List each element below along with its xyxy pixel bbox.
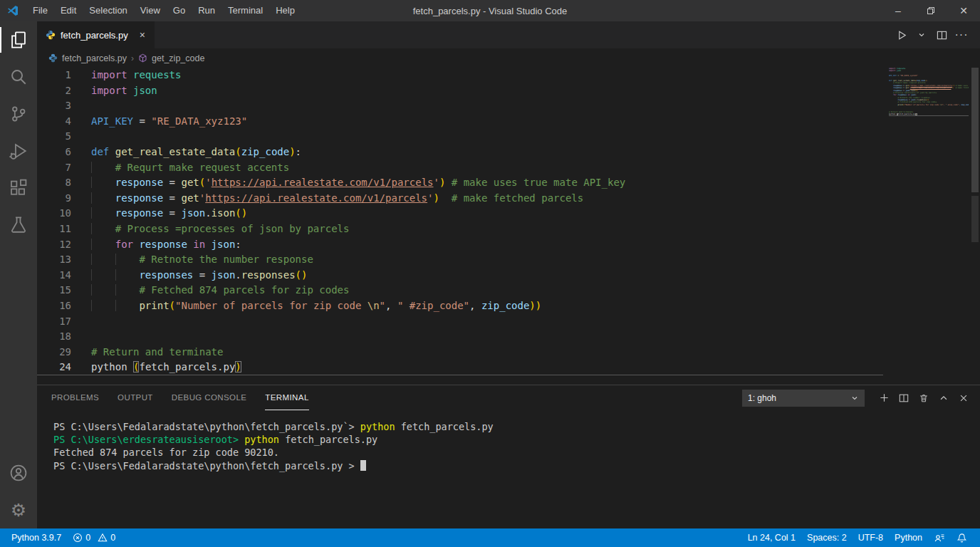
run-and-debug-icon[interactable] xyxy=(0,132,37,170)
encoding-status[interactable]: UTF-8 xyxy=(853,528,889,547)
menu-view[interactable]: View xyxy=(134,0,167,21)
status-bar: Python 3.9.7 0 0 Ln 24, Col 1 Spaces: 2 … xyxy=(0,528,980,547)
line-number: 2 xyxy=(37,83,71,99)
menu-terminal[interactable]: Terminal xyxy=(221,0,269,21)
line-number: 5 xyxy=(37,129,71,145)
run-dropdown-chevron-icon[interactable] xyxy=(913,26,930,43)
breadcrumb-symbol[interactable]: get_zip_code xyxy=(152,53,204,63)
explorer-icon[interactable] xyxy=(0,21,37,58)
language-mode-status[interactable]: Python xyxy=(889,528,928,547)
cursor-position-status[interactable]: Ln 24, Col 1 xyxy=(742,528,801,547)
error-circle-icon xyxy=(73,533,83,543)
window-controls: – ✕ xyxy=(882,0,980,21)
vscode-window: File Edit Selection View Go Run Terminal… xyxy=(0,0,980,547)
code-line: 8 response = get('https://api.realestate… xyxy=(37,175,883,191)
terminal-picker-dropdown[interactable]: 1: ghoh xyxy=(742,390,865,407)
code-line: 29# Return and terminate xyxy=(37,345,883,360)
line-number: 8 xyxy=(37,175,71,191)
maximize-panel-chevron-up-icon[interactable] xyxy=(936,390,952,406)
kill-terminal-trash-icon[interactable] xyxy=(916,390,932,406)
symbol-cube-icon xyxy=(138,53,147,63)
editor[interactable]: 1import requests2import json34API_KEY = … xyxy=(37,68,980,385)
notifications-bell-icon[interactable] xyxy=(951,528,973,547)
editor-code: 1import requests2import json34API_KEY = … xyxy=(37,68,883,375)
terminal[interactable]: PS C:\Users\Fedalaradstate\python\fetch_… xyxy=(37,410,980,528)
menu-file[interactable]: File xyxy=(26,0,54,21)
title-bar: File Edit Selection View Go Run Terminal… xyxy=(0,0,980,21)
tab-bar: fetch_parcels.py × ··· xyxy=(37,21,980,48)
warning-count: 0 xyxy=(110,533,115,543)
line-number: 17 xyxy=(37,314,71,330)
menu-help[interactable]: Help xyxy=(269,0,301,21)
vscode-logo-icon[interactable] xyxy=(6,4,19,17)
line-number: 24 xyxy=(37,360,71,375)
extensions-icon[interactable] xyxy=(0,170,37,207)
code-line: 13 # Retnote the number response xyxy=(37,252,883,268)
menu-go[interactable]: Go xyxy=(167,0,192,21)
code-line: 16 print("Number of parcels for zip code… xyxy=(37,298,883,314)
more-actions-icon[interactable]: ··· xyxy=(953,26,970,43)
code-line: 18 xyxy=(37,329,883,345)
feedback-icon[interactable] xyxy=(928,528,951,547)
terminal-line: PS C:\Users\erdesrateausiseroot> python … xyxy=(53,433,980,446)
python-file-icon xyxy=(48,53,58,63)
code-line: 7 # Requrt make request accents xyxy=(37,160,883,176)
split-terminal-icon[interactable] xyxy=(896,390,912,406)
bottom-panel: PROBLEMS OUTPUT DEBUG CONSOLE TERMINAL 1… xyxy=(37,385,980,528)
line-number: 7 xyxy=(37,160,71,176)
minimap[interactable]: import requestsimport jsonAPI_KEY = "RE_… xyxy=(889,68,969,116)
accounts-icon[interactable] xyxy=(0,454,37,491)
activity-bar: ⚙ xyxy=(0,21,37,528)
line-number: 12 xyxy=(37,237,71,253)
panel-actions: 1: ghoh xyxy=(742,390,971,407)
line-number: 6 xyxy=(37,145,71,160)
line-number: 14 xyxy=(37,268,71,283)
tab-fetch-parcels[interactable]: fetch_parcels.py × xyxy=(37,21,155,48)
scrollbar-thumb[interactable] xyxy=(971,68,979,192)
line-number: 9 xyxy=(37,191,71,207)
search-icon[interactable] xyxy=(0,58,37,95)
restore-button[interactable] xyxy=(914,0,947,21)
indentation-status[interactable]: Spaces: 2 xyxy=(801,528,853,547)
testing-icon[interactable] xyxy=(0,207,37,244)
settings-gear-icon[interactable]: ⚙ xyxy=(0,491,37,528)
terminal-line: Fetched 874 parcels for zip code 90210. xyxy=(53,446,980,459)
line-number: 11 xyxy=(37,222,71,237)
new-terminal-plus-icon[interactable] xyxy=(876,390,892,406)
editor-scrollbar[interactable] xyxy=(970,68,980,385)
code-line: 6def get_real_estate_data(zip_code): xyxy=(37,145,883,160)
python-version-status[interactable]: Python 3.9.7 xyxy=(0,528,67,547)
tab-terminal[interactable]: TERMINAL xyxy=(265,385,308,410)
close-panel-icon[interactable] xyxy=(956,390,971,406)
panel-header: PROBLEMS OUTPUT DEBUG CONSOLE TERMINAL 1… xyxy=(37,385,980,410)
code-line: 5 xyxy=(37,129,883,145)
tab-close-icon[interactable]: × xyxy=(137,28,147,41)
terminal-line: PS C:\Users\Fedalaradstate\python\fetch_… xyxy=(53,459,980,472)
breadcrumb-file[interactable]: fetch_parcels.py xyxy=(62,53,127,63)
code-line: 11 # Process =processes of json by parce… xyxy=(37,222,883,237)
menu-selection[interactable]: Selection xyxy=(83,0,133,21)
source-control-icon[interactable] xyxy=(0,95,37,132)
problems-status[interactable]: 0 0 xyxy=(67,528,121,547)
tab-debug-console[interactable]: DEBUG CONSOLE xyxy=(172,385,247,410)
breadcrumb: fetch_parcels.py › get_zip_code xyxy=(37,48,980,68)
line-number: 1 xyxy=(37,68,71,83)
close-window-button[interactable]: ✕ xyxy=(947,0,980,21)
line-number: 13 xyxy=(37,252,71,268)
menu-bar: File Edit Selection View Go Run Terminal… xyxy=(26,0,301,21)
split-editor-icon[interactable] xyxy=(933,26,950,43)
tab-output[interactable]: OUTPUT xyxy=(118,385,153,410)
tab-problems[interactable]: PROBLEMS xyxy=(51,385,99,410)
minimize-button[interactable]: – xyxy=(882,0,914,21)
menu-edit[interactable]: Edit xyxy=(54,0,83,21)
menu-run[interactable]: Run xyxy=(192,0,221,21)
code-line: 10 response = json.ison() xyxy=(37,206,883,222)
error-count: 0 xyxy=(85,533,90,543)
code-line: 3 xyxy=(37,98,883,114)
line-number: 15 xyxy=(37,283,71,298)
chevron-down-icon xyxy=(850,394,859,402)
editor-actions: ··· xyxy=(893,21,980,48)
run-button[interactable] xyxy=(893,26,910,43)
line-number: 29 xyxy=(37,345,71,360)
line-number: 3 xyxy=(37,98,71,114)
